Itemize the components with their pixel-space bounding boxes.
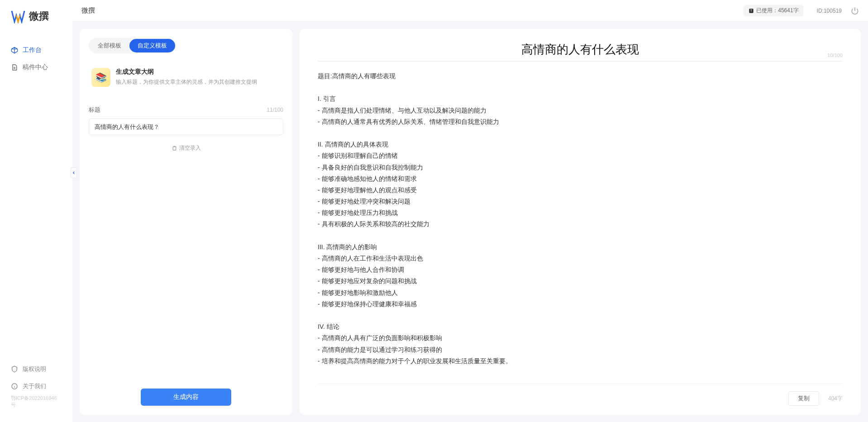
- template-title: 生成文章大纲: [116, 68, 281, 76]
- usage-prefix: 已使用：: [756, 7, 778, 14]
- doc-icon: [11, 64, 18, 71]
- sidebar-item-about[interactable]: 关于我们: [0, 378, 72, 395]
- output-body: 题目:高情商的人有哪些表现 I. 引言 - 高情商是指人们处理情绪、与他人互动以…: [318, 71, 843, 376]
- logo-icon: [11, 9, 25, 24]
- output-footer: 复制 404字: [318, 384, 843, 406]
- template-tabs: 全部模板 自定义模板: [89, 38, 176, 53]
- field-header: 标题 11/100: [89, 106, 283, 114]
- clear-input-button[interactable]: 清空录入: [89, 144, 283, 152]
- books-icon: 📚: [95, 72, 107, 83]
- sidebar-item-copyright[interactable]: 版权说明: [0, 360, 72, 378]
- sidebar-item-label: 稿件中心: [23, 63, 48, 71]
- output-char-count: 404字: [828, 395, 843, 403]
- topbar: 微撰 T 已使用： 45641字 ID:100519: [72, 0, 868, 22]
- sidebar-item-drafts[interactable]: 稿件中心: [0, 59, 72, 76]
- cube-icon: [11, 47, 18, 54]
- output-title: 高情商的人有什么表现: [318, 42, 843, 57]
- chevron-left-icon: [72, 171, 76, 175]
- main: 微撰 T 已使用： 45641字 ID:100519 全部模板 自定义模板 📚 …: [72, 0, 868, 422]
- icp-text: 鄂ICP备2022016946号: [0, 395, 72, 408]
- content-area: 全部模板 自定义模板 📚 生成文章大纲 输入标题，为你提供文章主体的灵感，并为其…: [72, 22, 868, 422]
- sidebar: 微撰 工作台 稿件中心 版权说明 关于我们 鄂ICP备2022016946号: [0, 0, 72, 422]
- svg-text:T: T: [750, 9, 753, 12]
- output-title-counter: 10/100: [827, 52, 843, 58]
- trash-icon: [172, 145, 177, 151]
- logo: 微撰: [0, 9, 72, 42]
- nav-bottom: 版权说明 关于我们 鄂ICP备2022016946号: [0, 360, 72, 413]
- sidebar-collapse-handle[interactable]: [71, 167, 77, 178]
- tab-all-templates[interactable]: 全部模板: [90, 39, 129, 52]
- copy-button[interactable]: 复制: [788, 391, 819, 406]
- usage-value: 45641字: [778, 7, 798, 14]
- title-field-section: 标题 11/100: [89, 106, 283, 135]
- sidebar-item-label: 关于我们: [23, 382, 46, 390]
- title-input[interactable]: [89, 119, 283, 135]
- field-label: 标题: [89, 106, 100, 114]
- input-panel: 全部模板 自定义模板 📚 生成文章大纲 输入标题，为你提供文章主体的灵感，并为其…: [80, 29, 292, 415]
- template-info: 生成文章大纲 输入标题，为你提供文章主体的灵感，并为其创建推文提纲: [116, 68, 281, 87]
- power-icon[interactable]: [851, 7, 859, 15]
- output-panel: 高情商的人有什么表现 10/100 题目:高情商的人有哪些表现 I. 引言 - …: [300, 29, 861, 415]
- template-card: 📚 生成文章大纲 输入标题，为你提供文章主体的灵感，并为其创建推文提纲: [89, 62, 283, 92]
- sidebar-item-label: 版权说明: [23, 365, 46, 373]
- text-icon: T: [748, 8, 754, 14]
- tab-custom-templates[interactable]: 自定义模板: [129, 39, 175, 52]
- template-icon: 📚: [91, 68, 110, 87]
- user-id: ID:100519: [817, 8, 842, 14]
- logo-text: 微撰: [29, 9, 49, 23]
- field-counter: 11/100: [267, 107, 283, 113]
- clear-label: 清空录入: [179, 144, 201, 152]
- sidebar-item-label: 工作台: [23, 46, 42, 54]
- shield-icon: [11, 365, 18, 373]
- generate-button[interactable]: 生成内容: [141, 389, 231, 406]
- nav-main: 工作台 稿件中心: [0, 42, 72, 360]
- generate-footer: 生成内容: [89, 379, 283, 406]
- page-title: 微撰: [81, 6, 744, 15]
- info-icon: [11, 383, 18, 390]
- sidebar-item-workspace[interactable]: 工作台: [0, 42, 72, 59]
- output-divider: [318, 61, 843, 62]
- template-desc: 输入标题，为你提供文章主体的灵感，并为其创建推文提纲: [116, 78, 281, 86]
- usage-badge: T 已使用： 45641字: [744, 5, 803, 16]
